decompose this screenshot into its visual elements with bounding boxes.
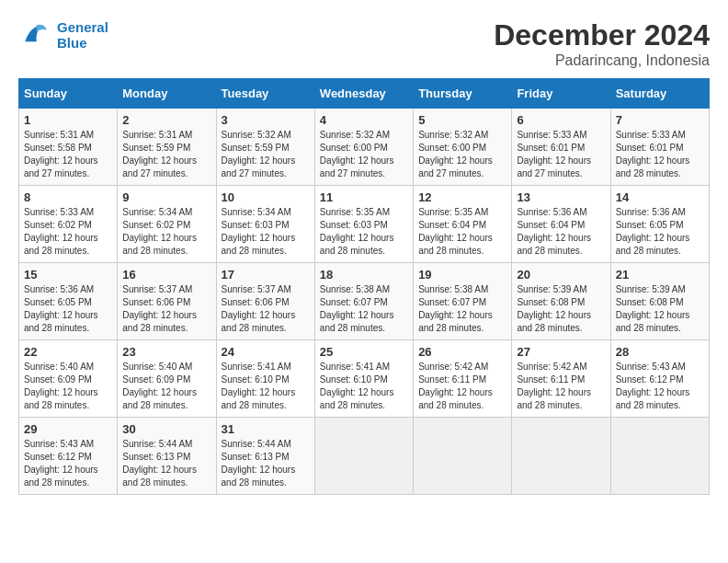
calendar-day: 31Sunrise: 5:44 AMSunset: 6:13 PMDayligh… — [216, 418, 314, 495]
day-info: Sunrise: 5:36 AMSunset: 6:05 PMDaylight:… — [24, 284, 98, 333]
calendar-day — [610, 418, 709, 495]
day-number: 30 — [122, 422, 210, 436]
day-number: 17 — [222, 268, 310, 282]
day-info: Sunrise: 5:34 AMSunset: 6:03 PMDaylight:… — [222, 207, 296, 256]
calendar-table: SundayMondayTuesdayWednesdayThursdayFrid… — [18, 78, 710, 495]
day-info: Sunrise: 5:38 AMSunset: 6:07 PMDaylight:… — [418, 284, 493, 333]
calendar-day — [512, 418, 610, 495]
calendar-day: 25Sunrise: 5:41 AMSunset: 6:10 PMDayligh… — [314, 340, 413, 418]
day-number: 18 — [320, 268, 408, 282]
calendar-day: 16Sunrise: 5:37 AMSunset: 6:06 PMDayligh… — [118, 263, 216, 340]
calendar-day: 17Sunrise: 5:37 AMSunset: 6:06 PMDayligh… — [216, 263, 314, 340]
calendar-week-row: 8Sunrise: 5:33 AMSunset: 6:02 PMDaylight… — [19, 186, 710, 263]
day-number: 22 — [24, 345, 112, 359]
day-number: 1 — [24, 113, 112, 127]
title-block: December 2024 Padarincang, Indonesia — [494, 18, 710, 69]
day-info: Sunrise: 5:43 AMSunset: 6:12 PMDaylight:… — [616, 362, 690, 410]
logo-icon — [18, 18, 51, 52]
day-info: Sunrise: 5:40 AMSunset: 6:09 PMDaylight:… — [122, 362, 197, 410]
day-number: 11 — [320, 190, 408, 204]
calendar-day: 28Sunrise: 5:43 AMSunset: 6:12 PMDayligh… — [610, 340, 709, 418]
day-number: 13 — [517, 190, 605, 204]
calendar-day: 26Sunrise: 5:42 AMSunset: 6:11 PMDayligh… — [414, 340, 512, 418]
calendar-day: 19Sunrise: 5:38 AMSunset: 6:07 PMDayligh… — [414, 263, 512, 340]
day-info: Sunrise: 5:43 AMSunset: 6:12 PMDaylight:… — [24, 439, 98, 488]
weekday-header: Friday — [512, 79, 610, 109]
day-info: Sunrise: 5:33 AMSunset: 6:02 PMDaylight:… — [24, 207, 98, 256]
calendar-day: 30Sunrise: 5:44 AMSunset: 6:13 PMDayligh… — [118, 418, 216, 495]
day-number: 28 — [616, 345, 704, 359]
day-info: Sunrise: 5:39 AMSunset: 6:08 PMDaylight:… — [616, 284, 690, 333]
day-number: 14 — [616, 190, 704, 204]
calendar-day: 7Sunrise: 5:33 AMSunset: 6:01 PMDaylight… — [610, 109, 709, 186]
day-info: Sunrise: 5:44 AMSunset: 6:13 PMDaylight:… — [122, 439, 197, 488]
day-number: 2 — [122, 113, 210, 127]
day-info: Sunrise: 5:37 AMSunset: 6:06 PMDaylight:… — [222, 284, 296, 333]
day-number: 5 — [418, 113, 506, 127]
calendar-week-row: 15Sunrise: 5:36 AMSunset: 6:05 PMDayligh… — [19, 263, 710, 340]
day-number: 23 — [122, 345, 210, 359]
day-number: 9 — [122, 190, 210, 204]
day-info: Sunrise: 5:37 AMSunset: 6:06 PMDaylight:… — [122, 284, 197, 333]
calendar-day — [314, 418, 413, 495]
day-info: Sunrise: 5:36 AMSunset: 6:04 PMDaylight:… — [517, 207, 591, 256]
day-info: Sunrise: 5:40 AMSunset: 6:09 PMDaylight:… — [24, 362, 98, 410]
calendar-week-row: 1Sunrise: 5:31 AMSunset: 5:58 PMDaylight… — [19, 109, 710, 186]
day-number: 24 — [222, 345, 310, 359]
day-info: Sunrise: 5:32 AMSunset: 6:00 PMDaylight:… — [418, 130, 493, 178]
weekday-header: Saturday — [610, 79, 709, 109]
day-info: Sunrise: 5:38 AMSunset: 6:07 PMDaylight:… — [320, 284, 394, 333]
calendar-day: 29Sunrise: 5:43 AMSunset: 6:12 PMDayligh… — [19, 418, 118, 495]
calendar-day: 24Sunrise: 5:41 AMSunset: 6:10 PMDayligh… — [216, 340, 314, 418]
calendar-day: 3Sunrise: 5:32 AMSunset: 5:59 PMDaylight… — [216, 109, 314, 186]
day-number: 10 — [222, 190, 310, 204]
logo-text: General Blue — [57, 19, 108, 51]
day-info: Sunrise: 5:42 AMSunset: 6:11 PMDaylight:… — [418, 362, 493, 410]
weekday-header: Thursday — [414, 79, 512, 109]
day-info: Sunrise: 5:35 AMSunset: 6:03 PMDaylight:… — [320, 207, 394, 256]
day-info: Sunrise: 5:42 AMSunset: 6:11 PMDaylight:… — [517, 362, 591, 410]
calendar-day: 18Sunrise: 5:38 AMSunset: 6:07 PMDayligh… — [314, 263, 413, 340]
day-info: Sunrise: 5:31 AMSunset: 5:58 PMDaylight:… — [24, 130, 98, 178]
weekday-header: Wednesday — [314, 79, 413, 109]
day-number: 29 — [24, 422, 112, 436]
day-number: 3 — [222, 113, 310, 127]
calendar-day: 14Sunrise: 5:36 AMSunset: 6:05 PMDayligh… — [610, 186, 709, 263]
day-number: 8 — [24, 190, 112, 204]
calendar-week-row: 29Sunrise: 5:43 AMSunset: 6:12 PMDayligh… — [19, 418, 710, 495]
calendar-day: 22Sunrise: 5:40 AMSunset: 6:09 PMDayligh… — [19, 340, 118, 418]
calendar-day: 9Sunrise: 5:34 AMSunset: 6:02 PMDaylight… — [118, 186, 216, 263]
day-number: 21 — [616, 268, 704, 282]
day-number: 27 — [517, 345, 605, 359]
calendar-week-row: 22Sunrise: 5:40 AMSunset: 6:09 PMDayligh… — [19, 340, 710, 418]
calendar-day: 23Sunrise: 5:40 AMSunset: 6:09 PMDayligh… — [118, 340, 216, 418]
page-subtitle: Padarincang, Indonesia — [494, 52, 710, 69]
calendar-day: 1Sunrise: 5:31 AMSunset: 5:58 PMDaylight… — [19, 109, 118, 186]
calendar-day: 8Sunrise: 5:33 AMSunset: 6:02 PMDaylight… — [19, 186, 118, 263]
day-info: Sunrise: 5:35 AMSunset: 6:04 PMDaylight:… — [418, 207, 493, 256]
day-number: 20 — [517, 268, 605, 282]
day-info: Sunrise: 5:36 AMSunset: 6:05 PMDaylight:… — [616, 207, 690, 256]
weekday-header: Sunday — [19, 79, 118, 109]
weekday-header: Monday — [118, 79, 216, 109]
day-info: Sunrise: 5:33 AMSunset: 6:01 PMDaylight:… — [517, 130, 591, 178]
calendar-day — [414, 418, 512, 495]
day-number: 12 — [418, 190, 506, 204]
calendar-day: 4Sunrise: 5:32 AMSunset: 6:00 PMDaylight… — [314, 109, 413, 186]
calendar-day: 2Sunrise: 5:31 AMSunset: 5:59 PMDaylight… — [118, 109, 216, 186]
day-number: 31 — [222, 422, 310, 436]
calendar-day: 21Sunrise: 5:39 AMSunset: 6:08 PMDayligh… — [610, 263, 709, 340]
day-number: 7 — [616, 113, 704, 127]
calendar-day: 10Sunrise: 5:34 AMSunset: 6:03 PMDayligh… — [216, 186, 314, 263]
day-number: 26 — [418, 345, 506, 359]
day-info: Sunrise: 5:31 AMSunset: 5:59 PMDaylight:… — [122, 130, 197, 178]
day-number: 16 — [122, 268, 210, 282]
day-info: Sunrise: 5:39 AMSunset: 6:08 PMDaylight:… — [517, 284, 591, 333]
page-title: December 2024 — [494, 18, 710, 52]
day-info: Sunrise: 5:41 AMSunset: 6:10 PMDaylight:… — [222, 362, 296, 410]
weekday-header: Tuesday — [216, 79, 314, 109]
calendar-header-row: SundayMondayTuesdayWednesdayThursdayFrid… — [19, 79, 710, 109]
calendar-day: 5Sunrise: 5:32 AMSunset: 6:00 PMDaylight… — [414, 109, 512, 186]
day-number: 25 — [320, 345, 408, 359]
calendar-day: 12Sunrise: 5:35 AMSunset: 6:04 PMDayligh… — [414, 186, 512, 263]
